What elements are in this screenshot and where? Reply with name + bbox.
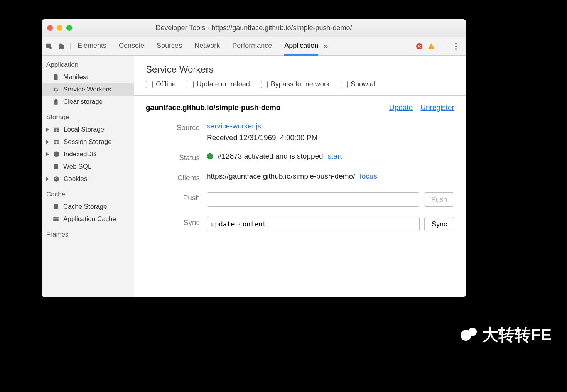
status-start-link[interactable]: start [328,152,342,161]
sidebar-item-label: IndexedDB [64,150,96,158]
table-icon [52,216,59,223]
warnings-icon[interactable] [428,43,435,49]
panel-options: OfflineUpdate on reloadBypass for networ… [134,80,466,96]
application-sidebar: ApplicationManifestService WorkersClear … [42,56,134,297]
status-text: #12873 activated and is stopped [218,152,323,161]
sidebar-item-clear-storage[interactable]: Clear storage [42,96,134,108]
option-bypass-for-network[interactable]: Bypass for network [261,80,330,88]
zoom-window-button[interactable] [66,25,72,31]
errors-icon[interactable] [416,43,422,49]
file-icon [52,74,59,81]
tab-sources[interactable]: Sources [157,37,182,56]
inspect-element-icon[interactable] [46,43,52,50]
status-indicator-icon [207,153,213,159]
checkbox[interactable] [146,81,153,88]
expand-icon [46,177,49,181]
sidebar-item-label: Cookies [64,175,87,183]
sidebar-item-label: Manifest [63,73,88,81]
client-focus-link[interactable]: focus [359,172,377,181]
sidebar-item-manifest[interactable]: Manifest [42,71,134,83]
trash-icon [52,98,59,105]
cookie-icon [53,176,60,182]
sidebar-item-cookies[interactable]: Cookies [42,173,134,185]
sidebar-item-label: Clear storage [63,98,103,106]
panel-tabs: ElementsConsoleSourcesNetworkPerformance… [78,37,318,56]
option-show-all[interactable]: Show all [341,80,377,88]
client-url: https://gauntface.github.io/simple-push-… [207,172,355,181]
db-icon [52,203,59,210]
traffic-lights [47,25,72,31]
sidebar-item-label: Local Storage [64,126,104,133]
close-window-button[interactable] [47,25,53,31]
checkbox[interactable] [187,81,194,88]
table-icon [53,139,60,145]
sidebar-group-application: Application [42,56,134,71]
option-update-on-reload[interactable]: Update on reload [187,80,250,88]
push-input[interactable] [207,192,419,207]
option-offline[interactable]: Offline [146,80,176,88]
source-received: Received 12/31/1969, 4:00:00 PM [207,133,454,142]
sidebar-item-session-storage[interactable]: Session Storage [42,136,134,148]
titlebar: Developer Tools - https://gauntface.gith… [42,19,466,37]
option-label: Show all [351,80,377,88]
db-icon [52,163,59,170]
more-tabs-icon[interactable]: » [324,42,328,51]
sidebar-item-label: Session Storage [64,138,112,146]
svg-point-8 [56,177,57,178]
clients-label: Clients [146,172,200,182]
sidebar-item-web-sql[interactable]: Web SQL [42,161,134,173]
tab-elements[interactable]: Elements [78,37,106,56]
unregister-link[interactable]: Unregister [420,103,454,112]
option-label: Update on reload [197,80,250,88]
tab-performance[interactable]: Performance [232,37,272,56]
source-label: Source [146,122,200,132]
expand-icon [46,128,49,132]
svg-rect-2 [61,45,64,49]
sidebar-item-label: Cache Storage [63,203,107,211]
sidebar-item-indexeddb[interactable]: IndexedDB [42,148,134,161]
tabbar: ElementsConsoleSourcesNetworkPerformance… [42,37,466,56]
sidebar-item-label: Web SQL [63,163,91,171]
sidebar-group-cache: Cache [42,185,134,201]
tab-application[interactable]: Application [284,37,318,56]
device-toolbar-icon[interactable] [58,43,65,50]
watermark: 大转转FE [461,324,552,346]
push-button[interactable]: Push [424,192,454,207]
svg-point-7 [57,179,57,180]
sync-input[interactable] [207,217,420,231]
expand-icon [46,152,49,156]
option-label: Offline [156,80,176,88]
sync-button[interactable]: Sync [424,217,454,231]
service-workers-panel: Service Workers OfflineUpdate on reloadB… [134,56,466,297]
panel-title: Service Workers [134,56,466,80]
sync-label: Sync [146,217,200,227]
wechat-icon [461,326,478,344]
option-label: Bypass for network [271,80,330,88]
tab-network[interactable]: Network [194,37,220,56]
gear-icon [52,86,59,93]
sidebar-group-storage: Storage [42,108,134,123]
devtools-window: Developer Tools - https://gauntface.gith… [42,19,466,297]
sw-scope: gauntface.github.io/simple-push-demo [146,103,280,112]
sidebar-item-label: Service Workers [63,86,111,93]
sidebar-item-service-workers[interactable]: Service Workers [42,83,134,96]
sidebar-item-label: Application Cache [63,215,116,223]
sidebar-item-local-storage[interactable]: Local Storage [42,123,134,136]
checkbox[interactable] [341,81,348,88]
window-title: Developer Tools - https://gauntface.gith… [47,24,461,32]
svg-point-5 [54,176,59,182]
sidebar-item-cache-storage[interactable]: Cache Storage [42,201,134,213]
sidebar-item-application-cache[interactable]: Application Cache [42,213,134,225]
status-label: Status [146,152,200,162]
settings-menu-icon[interactable] [454,41,458,51]
checkbox[interactable] [261,81,268,88]
expand-icon [46,140,49,144]
table-icon [53,126,60,133]
sidebar-group-frames: Frames [42,225,134,241]
svg-point-6 [55,178,56,179]
update-link[interactable]: Update [389,103,413,112]
tab-console[interactable]: Console [119,37,144,56]
source-file-link[interactable]: service-worker.js [207,122,454,130]
db-icon [53,151,60,158]
minimize-window-button[interactable] [57,25,62,31]
